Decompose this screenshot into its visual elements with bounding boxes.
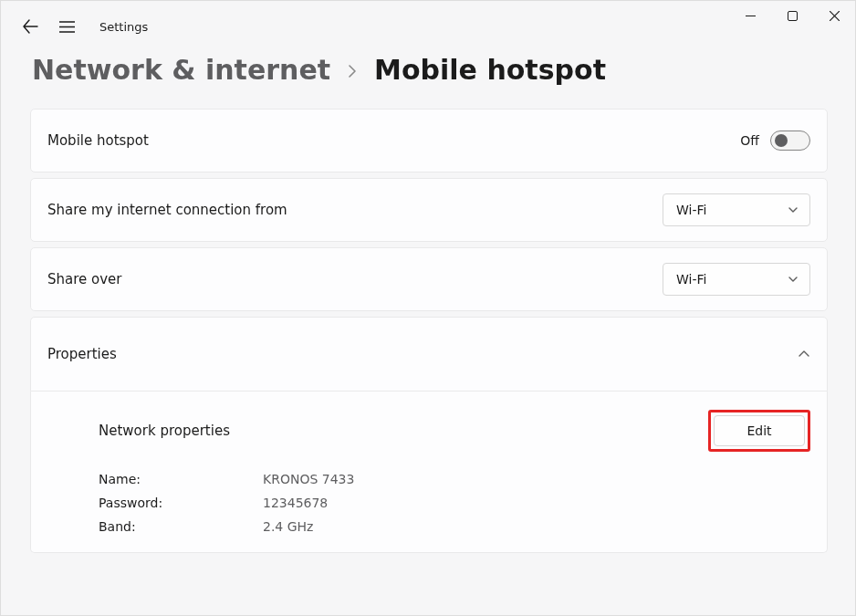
maximize-icon — [788, 11, 798, 21]
chevron-down-icon — [788, 274, 799, 285]
breadcrumb-parent[interactable]: Network & internet — [32, 54, 330, 86]
breadcrumb: Network & internet Mobile hotspot — [1, 45, 855, 95]
edit-button-highlight: Edit — [708, 410, 810, 452]
window-controls — [729, 1, 855, 30]
top-nav: Settings — [1, 1, 855, 45]
property-band-label: Band: — [99, 519, 235, 534]
content-scroll-area[interactable]: Mobile hotspot Off Share my internet con… — [30, 109, 831, 615]
property-name-row: Name: KRONOS 7433 — [99, 472, 810, 486]
close-icon — [830, 11, 840, 21]
toggle-knob — [775, 134, 788, 147]
share-from-label: Share my internet connection from — [47, 202, 287, 218]
network-properties-label: Network properties — [99, 423, 230, 439]
properties-expander-header[interactable]: Properties — [30, 317, 828, 392]
hotspot-toggle-card: Mobile hotspot Off — [30, 109, 828, 172]
hotspot-toggle-label: Mobile hotspot — [47, 132, 149, 149]
chevron-right-icon — [347, 62, 358, 81]
hotspot-toggle[interactable] — [770, 131, 810, 151]
hamburger-button[interactable] — [57, 17, 76, 36]
property-password-label: Password: — [99, 496, 235, 510]
property-password-value: 12345678 — [263, 496, 328, 510]
arrow-left-icon — [22, 18, 38, 35]
properties-header-label: Properties — [47, 346, 117, 362]
property-band-row: Band: 2.4 GHz — [99, 519, 810, 534]
maximize-button[interactable] — [771, 1, 813, 30]
svg-rect-0 — [788, 11, 797, 20]
property-name-label: Name: — [99, 472, 235, 486]
edit-button[interactable]: Edit — [714, 415, 805, 446]
chevron-down-icon — [788, 204, 799, 215]
property-password-row: Password: 12345678 — [99, 496, 810, 510]
toggle-state-text: Off — [740, 133, 759, 148]
app-title: Settings — [99, 20, 148, 34]
share-over-value: Wi-Fi — [676, 272, 706, 287]
share-over-card: Share over Wi-Fi — [30, 247, 828, 311]
property-band-value: 2.4 GHz — [263, 519, 313, 534]
share-over-dropdown[interactable]: Wi-Fi — [663, 263, 810, 296]
edit-button-label: Edit — [746, 423, 771, 438]
network-properties-row: Network properties Edit — [99, 410, 810, 452]
minimize-button[interactable] — [729, 1, 771, 30]
close-button[interactable] — [813, 1, 855, 30]
breadcrumb-current: Mobile hotspot — [374, 54, 606, 86]
share-from-dropdown[interactable]: Wi-Fi — [663, 193, 810, 226]
share-from-value: Wi-Fi — [676, 203, 706, 217]
property-name-value: KRONOS 7433 — [263, 472, 354, 486]
hamburger-icon — [59, 19, 75, 35]
share-from-card: Share my internet connection from Wi-Fi — [30, 178, 828, 242]
chevron-up-icon — [798, 348, 810, 360]
toggle-group: Off — [740, 131, 810, 151]
back-button[interactable] — [21, 17, 39, 36]
share-over-label: Share over — [47, 271, 122, 287]
properties-body: Network properties Edit Name: KRONOS 743… — [30, 392, 828, 553]
minimize-icon — [746, 11, 756, 21]
